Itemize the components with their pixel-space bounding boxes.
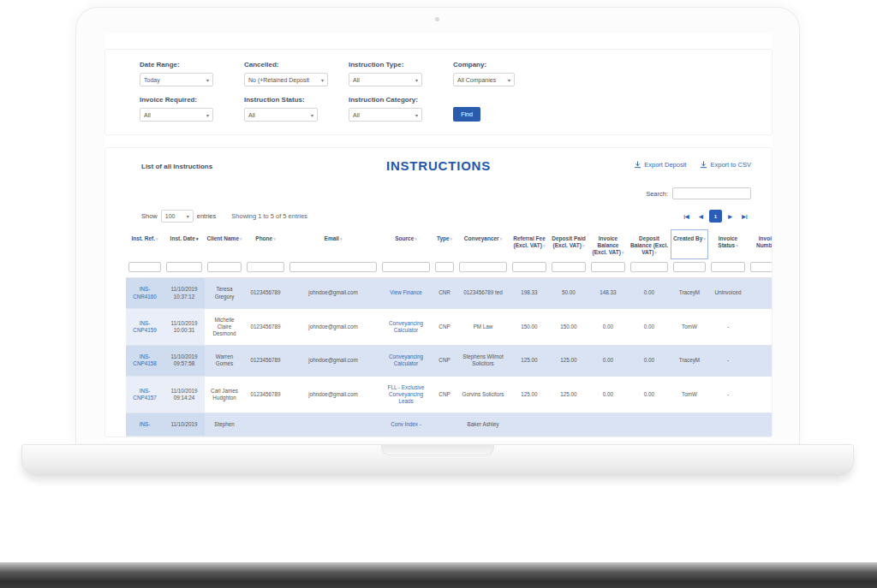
table-cell: CNP xyxy=(433,376,456,413)
invoice-required-label: Invoice Required: xyxy=(140,96,244,104)
cell-text: 198.33 xyxy=(521,289,537,295)
column-filter-type[interactable] xyxy=(435,262,454,272)
table-cell: Conv Index - xyxy=(379,413,433,437)
column-filter-invoice-number[interactable] xyxy=(750,262,772,272)
column-header-label: Invoice Status xyxy=(718,235,737,248)
column-filter-inst-date[interactable] xyxy=(166,262,202,272)
pagination-last-button[interactable]: ▶| xyxy=(738,210,751,223)
column-header-deposit-paid-excl-vat[interactable]: Deposit Paid (Excl. VAT)▾ xyxy=(549,229,588,259)
column-filter-cell-invoice-status xyxy=(708,259,748,278)
invoice-required-filter: Invoice Required:All▾ xyxy=(140,96,244,122)
cell-text: 0.00 xyxy=(603,357,613,363)
instruction-ref-link[interactable]: INS-CNP4158 xyxy=(133,353,156,366)
source-link[interactable]: Conv Index - xyxy=(391,421,421,427)
dropdown-caret-icon: ▾ xyxy=(415,77,418,83)
cell-text: Baker Ashley xyxy=(468,421,499,427)
source-link[interactable]: FLL - Exclusive Conveyancing Leads xyxy=(388,384,425,404)
sort-icon: ▾ xyxy=(273,236,276,241)
column-filter-client-name[interactable] xyxy=(207,262,242,272)
column-header-inst-date[interactable]: Inst. Date▾ xyxy=(164,229,205,259)
invoice-required-select[interactable]: All▾ xyxy=(140,108,213,122)
source-link[interactable]: View Finance xyxy=(390,289,422,295)
column-header-inst-ref[interactable]: Inst. Ref.▾ xyxy=(126,229,164,259)
column-header-invoice-number[interactable]: Invoice Number▾ xyxy=(748,229,772,259)
table-cell: CNP xyxy=(433,308,456,346)
search-input[interactable] xyxy=(672,187,751,199)
table-cell xyxy=(748,346,772,376)
column-filter-deposit-paid-excl-vat[interactable] xyxy=(552,262,586,272)
instruction-category-select[interactable]: All▾ xyxy=(349,108,422,122)
cell-text: - xyxy=(727,391,729,397)
column-header-invoice-status[interactable]: Invoice Status▾ xyxy=(708,229,748,259)
export-csv-link[interactable]: Export to CSV xyxy=(700,161,751,169)
instruction-type-select[interactable]: All▾ xyxy=(349,73,422,86)
column-header-source[interactable]: Source▾ xyxy=(379,229,433,259)
column-filter-cell-invoice-number xyxy=(748,259,772,278)
pagination-prev-button[interactable]: ◀ xyxy=(695,210,707,223)
column-filter-cell-client-name xyxy=(205,259,244,278)
column-header-deposit-balance-excl-vat[interactable]: Deposit Balance (Excl. VAT)▾ xyxy=(628,229,671,259)
page-length-select[interactable]: 100 ▾ xyxy=(161,210,194,223)
cell-text: 11/10/2019 10:37:12 xyxy=(170,286,197,299)
instruction-status-filter: Instruction Status:All▾ xyxy=(244,96,349,122)
column-header-phone[interactable]: Phone▾ xyxy=(244,229,287,259)
company-select[interactable]: All Companies▾ xyxy=(453,73,515,86)
cell-text: Carl James Hudghton xyxy=(211,388,238,401)
find-button[interactable]: Find xyxy=(453,107,480,122)
column-filter-invoice-status[interactable] xyxy=(711,262,745,272)
cell-text: 125.00 xyxy=(521,357,537,363)
column-filter-email[interactable] xyxy=(289,262,377,272)
cell-text: 0123456789 xyxy=(250,391,280,397)
cell-text: - xyxy=(727,357,729,363)
app-viewport: Date Range:Today▾Cancelled:No (+Retained… xyxy=(104,33,773,441)
column-header-type[interactable]: Type▾ xyxy=(433,229,456,259)
column-filter-invoice-balance-excl-vat[interactable] xyxy=(591,262,625,272)
date-range-select[interactable]: Today▾ xyxy=(140,73,213,86)
column-header-referral-fee-excl-vat[interactable]: Referral Fee (Excl. VAT)▾ xyxy=(510,229,549,259)
column-filter-conveyancer[interactable] xyxy=(459,262,507,272)
cell-text: johndoe@gmail.com xyxy=(308,324,358,330)
instruction-ref-link[interactable]: INS-CNR4160 xyxy=(133,286,157,299)
pagination-first-button[interactable]: |◀ xyxy=(680,210,693,223)
column-header-client-name[interactable]: Client Name▾ xyxy=(205,229,244,259)
column-filter-referral-fee-excl-vat[interactable] xyxy=(512,262,546,272)
cell-text: 11/10/2019 xyxy=(170,421,197,427)
table-cell: johndoe@gmail.com xyxy=(287,278,379,308)
cell-text: 148.33 xyxy=(600,289,616,295)
instruction-ref-link[interactable]: INS-CNP4157 xyxy=(133,388,156,401)
table-controls: Show 100 ▾ entries Showing 1 to 5 of 5 e… xyxy=(141,210,751,223)
column-filter-inst-ref[interactable] xyxy=(128,262,161,272)
pagination-page-1-button[interactable]: 1 xyxy=(709,210,722,223)
pagination-next-button[interactable]: ▶ xyxy=(724,210,737,223)
export-deposit-link[interactable]: Export Deposit xyxy=(634,161,686,169)
sort-icon: ▾ xyxy=(240,236,242,241)
column-header-invoice-balance-excl-vat[interactable]: Invoice Balance (Excl. VAT)▾ xyxy=(588,229,628,259)
column-filter-phone[interactable] xyxy=(247,262,284,272)
table-row: INS-CNP415711/10/2019 09:14:24Carl James… xyxy=(126,376,772,413)
table-cell: INS-CNR4160 xyxy=(126,278,164,308)
table-row: INS-CNP415811/10/2019 09:57:58Warren Gom… xyxy=(126,346,772,376)
table-cell: PM Law xyxy=(456,308,510,346)
cancelled-select[interactable]: No (+Retained Deposit▾ xyxy=(244,73,328,86)
filter-panel: Date Range:Today▾Cancelled:No (+Retained… xyxy=(104,49,773,135)
dropdown-caret-icon: ▾ xyxy=(321,77,324,83)
table-cell xyxy=(708,413,748,437)
column-filter-source[interactable] xyxy=(382,262,430,272)
table-cell: - xyxy=(708,308,748,346)
download-icon xyxy=(700,161,707,169)
table-cell: 148.33 xyxy=(588,278,628,308)
instruction-ref-link[interactable]: INS-CNP4159 xyxy=(133,320,156,333)
cancelled-filter: Cancelled:No (+Retained Deposit▾ xyxy=(244,61,349,86)
table-cell: TraceyM xyxy=(671,346,708,376)
column-header-conveyancer[interactable]: Conveyancer▾ xyxy=(456,229,510,259)
instruction-ref-link[interactable]: INS- xyxy=(140,421,151,427)
column-filter-created-by[interactable] xyxy=(673,262,706,272)
column-header-email[interactable]: Email▾ xyxy=(287,229,379,259)
instruction-status-select[interactable]: All▾ xyxy=(244,108,318,122)
cell-text: 125.00 xyxy=(560,357,576,363)
source-link[interactable]: Conveyancing Calculator xyxy=(389,320,423,333)
column-header-created-by[interactable]: Created By▾ xyxy=(671,229,708,259)
column-filter-deposit-balance-excl-vat[interactable] xyxy=(630,262,668,272)
table-cell: Michelle Claire Desmond xyxy=(205,308,244,346)
source-link[interactable]: Conveyancing Calculator xyxy=(389,353,423,366)
